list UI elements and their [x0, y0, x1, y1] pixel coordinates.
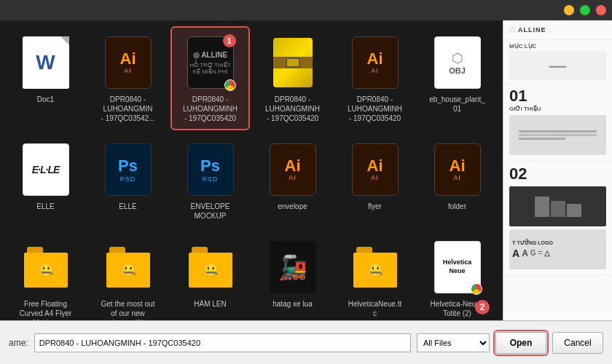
file-label: Get the most outof our newlaptop (1)	[101, 299, 155, 320]
sidebar-section-01: 01 GIỚI THIỆU	[503, 84, 612, 162]
list-item[interactable]: ◎ ALLINE HỖ TRỢ THIẾT KẾ MIỄN PHÍ 1 DPR0…	[172, 28, 248, 129]
title-bar	[0, 0, 612, 20]
file-label: folder	[448, 202, 466, 211]
word-icon: W	[20, 33, 72, 92]
file-grid-area: W Doc1 Ai AI DPR0840 -LUHOANGMIN- 197QC0…	[0, 20, 503, 320]
badge-1: 1	[223, 34, 236, 47]
list-item[interactable]: Ai AI envelope	[254, 135, 331, 226]
filename-input[interactable]	[34, 333, 411, 352]
list-item[interactable]: W Doc1	[7, 28, 84, 129]
list-item[interactable]: 🤐 HÀM LEN	[172, 232, 248, 320]
ps-icon: Ps PSD	[102, 141, 154, 199]
list-item[interactable]: E·L·LE ELLE	[7, 135, 84, 226]
badge-2: 2	[475, 300, 490, 314]
sidebar-section-number: 01	[509, 87, 606, 106]
file-label: eb_house_plant_01	[429, 95, 485, 114]
elle-icon: E·L·LE	[20, 141, 72, 199]
close-button[interactable]	[596, 5, 606, 15]
file-label: hatag xe lua	[272, 299, 313, 309]
sidebar-section-number: 02	[509, 165, 606, 183]
file-label: Free FloatingCurved A4 FlyerMockup	[20, 299, 72, 320]
list-item[interactable]: 🤐 Get the most outof our newlaptop (1)	[90, 232, 166, 320]
file-label: DPR0840 -LUHOANGMINH- 197QC035420	[265, 95, 320, 123]
file-label: DPR0840 -LUHOANGMINH- 197QC035420	[183, 95, 238, 123]
file-label: HelveticaNeue.ttc	[348, 299, 401, 318]
ai-icon: Ai AI	[102, 33, 154, 92]
file-label: flyer	[368, 202, 382, 211]
folder-zip-icon: 🤐	[20, 238, 72, 296]
file-label: ENVELOPEMOCKUP	[191, 202, 230, 221]
ai-icon: Ai AI	[349, 141, 401, 199]
list-item[interactable]: Ai AI DPR0840 -LUHOANGMIN- 197QC03542...	[90, 28, 166, 129]
hatag-icon: 🚂	[267, 238, 319, 296]
sidebar-section-mucluc: MỤC LỤC ▬▬▬	[503, 40, 612, 84]
file-label: envelope	[278, 202, 307, 211]
sidebar-header: ⬡ ALLINE	[503, 20, 612, 40]
sidebar-preview-02	[509, 186, 606, 226]
file-label: DPR0840 -LUHOANGMINH- 197QC035420	[348, 95, 402, 123]
winrar-icon	[267, 33, 319, 92]
sidebar-preview-01	[509, 115, 606, 155]
obj-icon: ⬡ OBJ	[431, 33, 484, 92]
list-item[interactable]: Ai AI DPR0840 -LUHOANGMINH- 197QC035420	[337, 28, 413, 129]
list-item[interactable]: Ai AI folder	[419, 135, 495, 226]
right-sidebar: ⬡ ALLINE MỤC LỤC ▬▬▬ 01 GIỚI THIỆU	[503, 20, 612, 320]
list-item[interactable]: ⬡ OBJ eb_house_plant_01	[419, 28, 495, 129]
file-grid: W Doc1 Ai AI DPR0840 -LUHOANGMIN- 197QC0…	[7, 28, 495, 320]
main-area: W Doc1 Ai AI DPR0840 -LUHOANGMIN- 197QC0…	[0, 20, 612, 320]
list-item[interactable]: 🤐 Free FloatingCurved A4 FlyerMockup	[7, 232, 84, 320]
file-dialog: W Doc1 Ai AI DPR0840 -LUHOANGMIN- 197QC0…	[0, 0, 612, 364]
list-item[interactable]: Ps PSD ELLE	[90, 135, 166, 226]
bottom-bar: ame: All Files Open Cancel	[0, 320, 612, 364]
list-item[interactable]: DPR0840 -LUHOANGMINH- 197QC035420	[254, 28, 331, 129]
file-label: HÀM LEN	[194, 299, 226, 309]
sidebar-preview-02b: Ý TƯỞNG LOGO A A G = △	[509, 229, 606, 269]
list-item[interactable]: 🚂 hatag xe lua	[254, 232, 331, 320]
cancel-button[interactable]: Cancel	[552, 332, 603, 354]
ai-custom-icon: ◎ ALLINE HỖ TRỢ THIẾT KẾ MIỄN PHÍ 1	[184, 33, 237, 92]
file-label: Doc1	[37, 95, 54, 104]
list-item[interactable]: 🤐 HelveticaNeue.ttc	[337, 232, 413, 320]
file-label: ELLE	[36, 202, 54, 211]
ai-icon: Ai AI	[267, 141, 319, 199]
folder-zip-icon: 🤐	[184, 238, 237, 296]
list-item[interactable]: Ps PSD ENVELOPEMOCKUP	[172, 135, 248, 226]
sidebar-sections: MỤC LỤC ▬▬▬ 01 GIỚI THIỆU	[503, 40, 612, 276]
ai-icon: Ai AI	[431, 141, 484, 199]
sidebar-section-label: GIỚI THIỆU	[509, 106, 606, 112]
maximize-button[interactable]	[580, 5, 590, 15]
sidebar-logo: ALLINE	[518, 26, 546, 33]
chrome-badge-icon	[224, 79, 236, 91]
chrome-badge-icon	[471, 283, 482, 295]
ai-icon: Ai AI	[349, 33, 401, 92]
ps-icon: Ps PSD	[184, 141, 237, 199]
filetype-select[interactable]: All Files	[417, 333, 490, 352]
file-label: DPR0840 -LUHOANGMIN- 197QC03542...	[101, 95, 155, 123]
filename-label: ame:	[9, 338, 28, 348]
helvetica-icon: HelveticaNeue	[431, 238, 484, 296]
folder-zip-icon: 🤐	[102, 238, 154, 296]
minimize-button[interactable]	[564, 5, 574, 15]
sidebar-section-label: MỤC LỤC	[509, 43, 606, 50]
folder-zip-icon: 🤐	[349, 238, 401, 296]
list-item[interactable]: Ai AI flyer	[337, 135, 413, 226]
open-button[interactable]: Open	[495, 332, 546, 354]
sidebar-section-02: 02 Ý TƯỞNG LOGO	[503, 162, 612, 276]
file-label: ELLE	[119, 202, 136, 211]
